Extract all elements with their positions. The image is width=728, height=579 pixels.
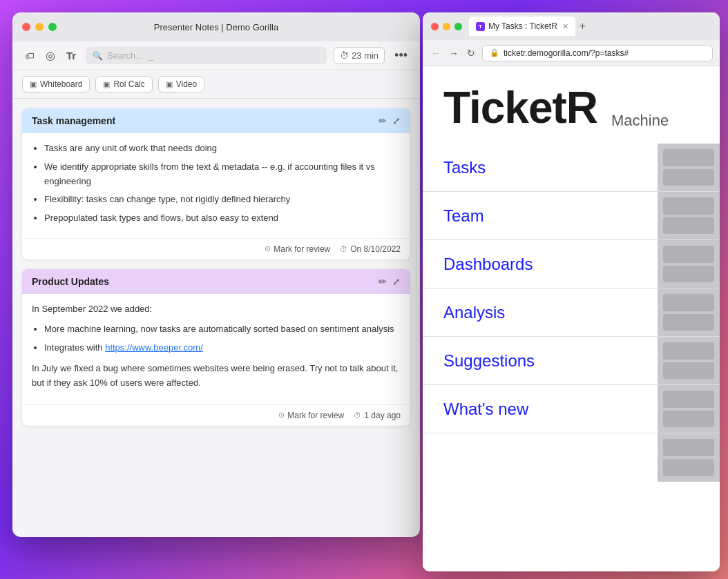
search-cursor: _ [149, 50, 153, 61]
ticketr-subtitle: Machine [611, 112, 669, 130]
analysis-label: Analysis [443, 303, 505, 322]
nav-item-bottom [423, 433, 720, 482]
analysis-block-1 [663, 294, 714, 311]
tab-close-icon[interactable]: ✕ [562, 22, 568, 31]
team-block-1 [663, 197, 714, 215]
bottom-block-1 [663, 439, 714, 456]
edit2-icon[interactable]: ✏ [379, 276, 387, 287]
nav-item-tasks[interactable]: Tasks [423, 144, 720, 192]
browser-traffic-lights [431, 23, 462, 30]
tag-icon[interactable]: 🏷 [22, 48, 37, 63]
browser-content: TicketR Machine Tasks Team [423, 66, 720, 571]
nav-item-whats-new[interactable]: What's new [423, 385, 720, 433]
footer-timestamp-2: ⏱ 1 day ago [354, 411, 401, 420]
mark2-icon: ⊙ [278, 411, 285, 420]
browser-maximize-button[interactable] [454, 23, 462, 30]
mark2-label: Mark for review [287, 411, 344, 420]
titlebar: Presenter Notes | Demo Gorilla [12, 12, 420, 41]
product-updates-body: In September 2022 we added: More machine… [22, 294, 410, 404]
active-browser-tab[interactable]: T My Tasks : TicketR ✕ [469, 17, 575, 36]
suggestions-block-2 [663, 362, 714, 380]
nav-item-team[interactable]: Team [423, 192, 720, 240]
browser-titlebar: T My Tasks : TicketR ✕ + [423, 12, 720, 40]
ticketr-app-name: TicketR [443, 86, 597, 130]
close-button[interactable] [22, 23, 30, 31]
gyro-icon[interactable]: ◎ [43, 48, 58, 63]
task-management-footer: ⊙ Mark for review ⏱ On 8/10/2022 [22, 238, 410, 259]
rol-calc-label: Rol Calc [113, 79, 144, 89]
suggestions-block-1 [663, 342, 714, 360]
dashboards-label: Dashboards [443, 255, 533, 274]
task-management-title: Task management [32, 115, 115, 126]
search-bar[interactable]: 🔍 Search... _ [86, 47, 327, 64]
minimize-button[interactable] [35, 23, 44, 31]
team-blocks [658, 192, 720, 239]
nav-item-suggestions[interactable]: Suggestions [423, 337, 720, 385]
pu-bullet-2: Integrates with https://www.beeper.com/ [44, 341, 401, 355]
bullet-3: Flexibility: tasks can change type, not … [44, 193, 401, 207]
mark-for-review-button[interactable]: ⊙ Mark for review [265, 244, 330, 254]
bullet-2: We identify appropriate skills from the … [44, 160, 401, 189]
product-updates-footer: ⊙ Mark for review ⏱ 1 day ago [22, 404, 410, 426]
ticketr-header: TicketR Machine [423, 66, 720, 144]
maximize-button[interactable] [48, 23, 57, 31]
new-tab-button[interactable]: + [579, 20, 586, 32]
edit-icon[interactable]: ✏ [379, 115, 387, 126]
timer-value: 23 min [352, 50, 379, 61]
url-bar[interactable]: 🔒 ticketr.demogorilla.com/?p=tasks# [482, 45, 713, 61]
timestamp2-value: 1 day ago [364, 411, 401, 420]
clock2-icon: ⏱ [354, 411, 361, 420]
more-options-button[interactable]: ••• [392, 48, 410, 63]
video-tab[interactable]: ▣ Video [158, 76, 204, 92]
whiteboard-icon: ▣ [30, 80, 37, 89]
search-input[interactable]: Search... [107, 50, 143, 61]
nav-list: Tasks Team Dashboards [423, 144, 720, 482]
bullet-4: Prepopulated task types and flows, but a… [44, 211, 401, 226]
whats-new-label: What's new [443, 400, 528, 419]
footer-timestamp: ⏱ On 8/10/2022 [340, 244, 401, 254]
dashboards-blocks [658, 240, 720, 288]
reload-button[interactable]: ↻ [466, 46, 477, 60]
team-block-2 [663, 217, 714, 235]
pu-bullet-1: More machine learning, now tasks are aut… [44, 322, 401, 337]
beeper-link[interactable]: https://www.beeper.com/ [105, 342, 203, 353]
window-title: Presenter Notes | Demo Gorilla [154, 22, 278, 32]
bullet-1: Tasks are any unit of work that needs do… [44, 141, 401, 156]
whiteboard-tab[interactable]: ▣ Whiteboard [22, 76, 90, 92]
task-management-card: Task management ✏ ⤢ Tasks are any unit o… [22, 108, 410, 259]
mark-label: Mark for review [274, 244, 330, 254]
rol-calc-tab[interactable]: ▣ Rol Calc [95, 76, 152, 92]
team-label: Team [443, 206, 484, 226]
tasks-block-2 [663, 169, 714, 186]
nav-item-analysis[interactable]: Analysis [423, 288, 720, 337]
bottom-blocks [658, 433, 720, 482]
browser-close-button[interactable] [431, 23, 439, 30]
extra-text-2: In July we fixed a bug where sometimes w… [32, 362, 401, 391]
rol-calc-icon: ▣ [103, 80, 110, 89]
mark-for-review-button-2[interactable]: ⊙ Mark for review [278, 411, 344, 420]
suggestions-blocks [658, 337, 720, 384]
product-updates-title: Product Updates [32, 276, 109, 287]
browser-nav-bar: ← → ↻ 🔒 ticketr.demogorilla.com/?p=tasks… [423, 40, 720, 66]
toolbar: 🏷 ◎ Tr 🔍 Search... _ ⏱ 23 min ••• [12, 41, 420, 70]
forward-button[interactable]: → [448, 46, 460, 60]
intro-text: In September 2022 we added: [32, 302, 401, 317]
card2-actions: ✏ ⤢ [379, 276, 401, 287]
browser-tab-bar: T My Tasks : TicketR ✕ + [469, 17, 711, 36]
browser-minimize-button[interactable] [443, 23, 450, 30]
timestamp-value: On 8/10/2022 [350, 244, 401, 254]
clock-icon: ⏱ [340, 245, 347, 253]
traffic-lights [22, 23, 57, 31]
expand2-icon[interactable]: ⤢ [392, 276, 401, 287]
timer-icon: ⏱ [340, 50, 349, 61]
back-button[interactable]: ← [430, 46, 442, 60]
task-management-header: Task management ✏ ⤢ [22, 108, 410, 133]
lock-icon: 🔒 [490, 48, 499, 57]
bottom-block-2 [663, 459, 714, 476]
tabs-bar: ▣ Whiteboard ▣ Rol Calc ▣ Video [12, 70, 420, 99]
text-style-icon[interactable]: Tr [64, 48, 79, 63]
nav-item-dashboards[interactable]: Dashboards [423, 240, 720, 288]
url-text: ticketr.demogorilla.com/?p=tasks# [504, 48, 629, 58]
tasks-block-1 [663, 149, 714, 166]
expand-icon[interactable]: ⤢ [392, 115, 401, 126]
